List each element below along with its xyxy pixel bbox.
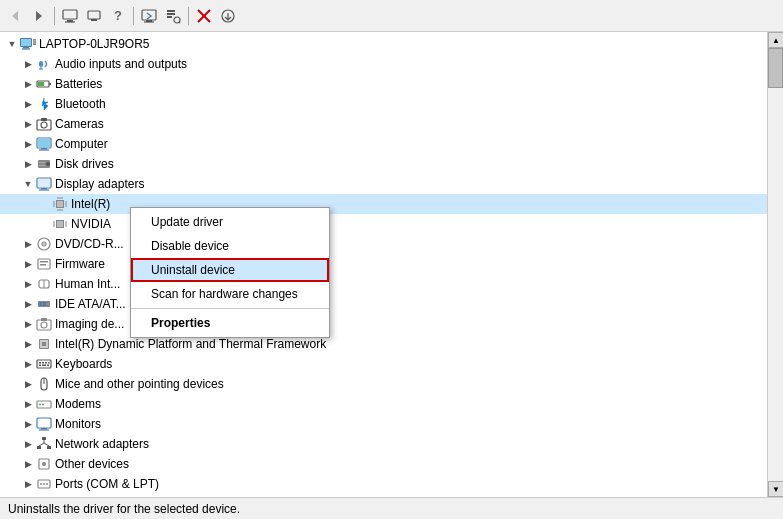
delete-button[interactable] [193,5,215,27]
svg-rect-80 [41,318,47,321]
tree-item-dvdcd[interactable]: ▶ DVD/CD-R... [0,234,767,254]
tree-item-humanint[interactable]: ▶ Human Int... [0,274,767,294]
keyboard-icon [36,356,52,372]
tree-item-imagingdev[interactable]: ▶ Imaging de... [0,314,767,334]
monitor-button[interactable] [138,5,160,27]
imagingdev-expand[interactable]: ▶ [20,316,36,332]
bluetooth-expand[interactable]: ▶ [20,96,36,112]
mouse-icon [36,376,52,392]
sep1 [54,7,55,25]
svg-rect-88 [48,362,50,364]
tree-item-diskdrives[interactable]: ▶ Disk drives [0,154,767,174]
tree-item-cameras[interactable]: ▶ Cameras [0,114,767,134]
svg-rect-76 [39,302,42,306]
help-button[interactable]: ? [107,5,129,27]
tree-item-audio[interactable]: ▶ Audio inputs and outputs [0,54,767,74]
ideata-expand[interactable]: ▶ [20,296,36,312]
svg-rect-24 [39,61,43,67]
intelplatform-expand[interactable]: ▶ [20,336,36,352]
svg-point-108 [40,483,42,485]
svg-point-106 [42,462,46,466]
svg-rect-6 [91,19,97,21]
tree-item-modems[interactable]: ▶ Modems [0,394,767,414]
nvidia-expand[interactable] [36,216,52,232]
firmware-expand[interactable]: ▶ [20,256,36,272]
displayadapters-expand[interactable]: ▼ [20,176,36,192]
scroll-down-button[interactable]: ▼ [768,481,783,497]
tree-item-ideata[interactable]: ▶ IDE ATA/AT... [0,294,767,314]
tree-item-firmware[interactable]: ▶ Firmware [0,254,767,274]
audio-expand[interactable]: ▶ [20,56,36,72]
properties-button[interactable] [162,5,184,27]
disk-icon [36,156,52,172]
computer-icon-btn[interactable] [59,5,81,27]
tree-item-networkadapters[interactable]: ▶ Network adapters [0,434,767,454]
tree-item-intelplatform[interactable]: ▶ Intel(R) Dynamic Platform and Thermal … [0,334,767,354]
ctx-properties[interactable]: Properties [131,311,329,335]
intel-label: Intel(R) [71,197,110,211]
tree-item-nvidia[interactable]: NVIDIA [0,214,767,234]
forward-button[interactable] [28,5,50,27]
scrollbar[interactable]: ▲ ▼ [767,32,783,497]
back-button[interactable] [4,5,26,27]
diskdrives-expand[interactable]: ▶ [20,156,36,172]
tree-root[interactable]: ▼ LAPTOP-0LJR9OR5 [0,34,767,54]
download-button[interactable] [217,5,239,27]
networkadapters-label: Network adapters [55,437,149,451]
batteries-expand[interactable]: ▶ [20,76,36,92]
humanint-expand[interactable]: ▶ [20,276,36,292]
intel-expand[interactable] [36,196,52,212]
root-expand[interactable]: ▼ [4,36,20,52]
printqueues-expand[interactable]: ▶ [20,496,36,497]
svg-rect-42 [41,188,47,190]
tree-item-computer[interactable]: ▶ Computer [0,134,767,154]
otherdevices-expand[interactable]: ▶ [20,456,36,472]
ports-expand[interactable]: ▶ [20,476,36,492]
svg-rect-2 [63,10,77,19]
monitors-expand[interactable]: ▶ [20,416,36,432]
cameras-icon [36,116,52,132]
ctx-update-driver[interactable]: Update driver [131,210,329,234]
computer-expand[interactable]: ▶ [20,136,36,152]
scroll-thumb[interactable] [768,48,783,88]
device-tree[interactable]: ▼ LAPTOP-0LJR9OR5 ▶ [0,32,767,497]
tree-item-printqueues[interactable]: ▶ Print queues [0,494,767,497]
tree-item-bluetooth[interactable]: ▶ Bluetooth [0,94,767,114]
svg-line-14 [179,22,180,23]
tree-item-mice[interactable]: ▶ Mice and other pointing devices [0,374,767,394]
computer2-icon-btn[interactable] [83,5,105,27]
dvdcd-expand[interactable]: ▶ [20,236,36,252]
tree-item-intel[interactable]: Intel(R) [0,194,767,214]
svg-point-95 [42,404,44,406]
modems-expand[interactable]: ▶ [20,396,36,412]
ctx-scan[interactable]: Scan for hardware changes [131,282,329,306]
computer-label: Computer [55,137,108,151]
bluetooth-icon [36,96,52,112]
ctx-disable-device[interactable]: Disable device [131,234,329,258]
printer-icon [36,496,52,497]
tree-item-keyboards[interactable]: ▶ Keyboards [0,354,767,374]
networkadapters-expand[interactable]: ▶ [20,436,36,452]
keyboards-expand[interactable]: ▶ [20,356,36,372]
tree-item-ports[interactable]: ▶ Ports (COM & LPT) [0,474,767,494]
humanint-label: Human Int... [55,277,120,291]
svg-rect-72 [40,264,46,266]
svg-rect-35 [41,148,47,150]
svg-rect-85 [39,362,41,364]
imagingdev-label: Imaging de... [55,317,124,331]
cameras-expand[interactable]: ▶ [20,116,36,132]
svg-point-110 [46,483,48,485]
otherdevices-icon [36,456,52,472]
tree-item-batteries[interactable]: ▶ Batteries [0,74,767,94]
scroll-up-button[interactable]: ▲ [768,32,783,48]
keyboards-label: Keyboards [55,357,112,371]
svg-line-103 [39,443,44,446]
tree-item-otherdevices[interactable]: ▶ Other devices [0,454,767,474]
batteries-label: Batteries [55,77,102,91]
tree-item-displayadapters[interactable]: ▼ Display adapters [0,174,767,194]
ctx-uninstall-device[interactable]: Uninstall device [131,258,329,282]
svg-point-38 [46,162,50,166]
mice-expand[interactable]: ▶ [20,376,36,392]
ports-label: Ports (COM & LPT) [55,477,159,491]
tree-item-monitors[interactable]: ▶ Monitors [0,414,767,434]
